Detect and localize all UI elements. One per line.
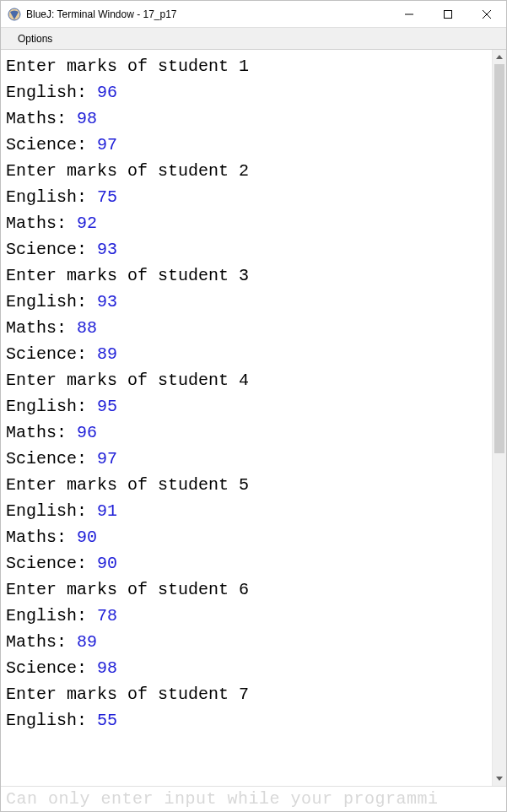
prompt-text: English: [6,501,97,521]
terminal-line: English: 75 [6,184,488,210]
menu-options[interactable]: Options [13,31,57,46]
status-text: Can only enter input while your programm… [6,789,439,809]
terminal-line: Science: 93 [6,236,488,263]
user-input-value: 97 [97,135,117,154]
user-input-value: 95 [97,397,117,416]
terminal-line: Science: 97 [6,446,488,472]
svg-rect-2 [445,10,452,18]
prompt-text: Science: [6,240,97,259]
user-input-value: 92 [77,214,97,233]
terminal-line: Science: 90 [6,550,488,577]
minimize-button[interactable] [390,1,429,27]
prompt-text: Maths: [6,318,77,338]
terminal-line: English: 78 [6,603,488,629]
prompt-text: English: [6,292,97,311]
user-input-value: 93 [97,292,117,311]
prompt-text: English: [6,606,97,625]
terminal-line: Maths: 96 [6,420,488,446]
prompt-text: English: [6,711,97,730]
prompt-text: Enter marks of student 5 [6,475,249,495]
prompt-text: Enter marks of student 6 [6,580,249,599]
terminal-line: Maths: 98 [6,106,488,132]
svg-marker-5 [496,55,503,59]
user-input-value: 98 [97,658,117,678]
user-input-value: 89 [77,632,97,652]
terminal-line: Science: 97 [6,132,488,158]
user-input-value: 97 [97,449,117,468]
terminal-line: English: 93 [6,289,488,315]
user-input-value: 93 [97,240,117,259]
window-controls [390,1,506,27]
terminal-line: Enter marks of student 4 [6,367,488,393]
terminal-line: Enter marks of student 2 [6,158,488,184]
terminal-line: Maths: 90 [6,524,488,550]
window-title: BlueJ: Terminal Window - 17_p17 [26,8,390,20]
terminal-line: Maths: 92 [6,210,488,236]
prompt-text: Enter marks of student 4 [6,371,249,390]
bluej-icon [8,8,21,21]
scroll-down-arrow[interactable] [493,771,506,786]
terminal-line: Maths: 89 [6,629,488,655]
prompt-text: Enter marks of student 1 [6,57,249,76]
user-input-value: 89 [97,344,117,364]
terminal-line: Maths: 88 [6,315,488,341]
user-input-value: 98 [77,109,97,128]
prompt-text: Enter marks of student 7 [6,685,249,704]
terminal-line: Enter marks of student 7 [6,681,488,707]
terminal-line: English: 96 [6,79,488,106]
user-input-value: 90 [97,554,117,573]
prompt-text: Science: [6,344,97,364]
terminal-line: Enter marks of student 6 [6,577,488,603]
prompt-text: Enter marks of student 2 [6,161,249,181]
prompt-text: Science: [6,554,97,573]
prompt-text: Enter marks of student 3 [6,266,249,285]
user-input-value: 90 [77,528,97,547]
terminal-output[interactable]: Enter marks of student 1English: 96Maths… [1,50,492,786]
scrollbar-track[interactable] [493,64,506,771]
terminal-line: Enter marks of student 1 [6,53,488,79]
prompt-text: English: [6,397,97,416]
scroll-up-arrow[interactable] [493,50,506,64]
user-input-value: 78 [97,606,117,625]
terminal-area: Enter marks of student 1English: 96Maths… [1,50,506,786]
prompt-text: Maths: [6,109,77,128]
menubar: Options [1,28,506,50]
user-input-value: 75 [97,187,117,207]
prompt-text: Science: [6,449,97,468]
terminal-line: Enter marks of student 3 [6,263,488,289]
status-input-bar[interactable]: Can only enter input while your programm… [1,786,506,811]
terminal-line: English: 55 [6,707,488,734]
terminal-line: Science: 89 [6,341,488,367]
user-input-value: 96 [77,423,97,442]
user-input-value: 96 [97,83,117,102]
prompt-text: Maths: [6,528,77,547]
vertical-scrollbar[interactable] [492,50,506,786]
prompt-text: English: [6,83,97,102]
maximize-button[interactable] [429,1,467,27]
prompt-text: Maths: [6,423,77,442]
prompt-text: Maths: [6,632,77,652]
titlebar[interactable]: BlueJ: Terminal Window - 17_p17 [1,1,506,28]
terminal-line: English: 91 [6,498,488,524]
user-input-value: 91 [97,501,117,521]
scrollbar-thumb[interactable] [494,64,504,453]
close-button[interactable] [467,1,506,27]
terminal-line: Science: 98 [6,655,488,681]
user-input-value: 55 [97,711,117,730]
prompt-text: Science: [6,135,97,154]
prompt-text: Maths: [6,214,77,233]
terminal-line: English: 95 [6,393,488,420]
svg-marker-6 [496,777,503,781]
prompt-text: Science: [6,658,97,678]
prompt-text: English: [6,187,97,207]
terminal-line: Enter marks of student 5 [6,472,488,498]
user-input-value: 88 [77,318,97,338]
